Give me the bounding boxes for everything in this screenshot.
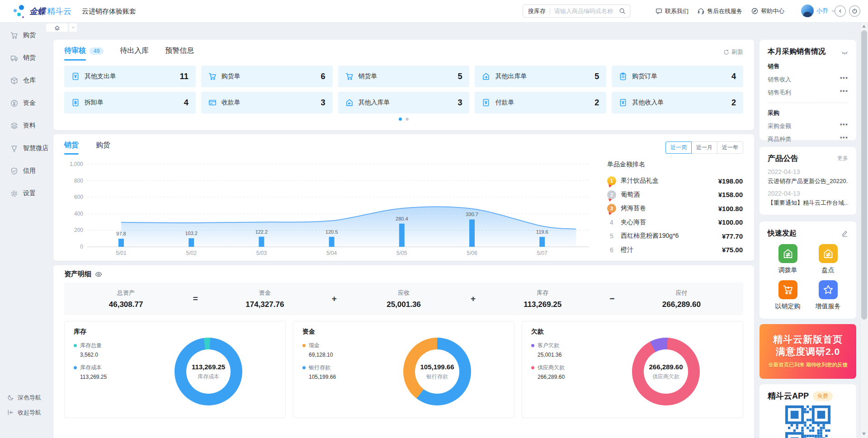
scroll-up-arrow[interactable] (862, 25, 866, 28)
todo-card-count: 4 (184, 98, 189, 108)
house-in-icon (345, 99, 354, 107)
donut-center: 266,289.60供应商欠款 (644, 349, 688, 394)
todo-card-item[interactable]: 销货单5 (338, 66, 470, 87)
sidebar-item[interactable]: 仓库 (0, 69, 50, 92)
month-stat-row: 销售毛利*** (768, 89, 848, 97)
search-button[interactable] (615, 8, 630, 14)
todo-tab[interactable]: 预警信息 (165, 46, 194, 61)
chevron-down-icon (71, 25, 75, 30)
survey-banner[interactable]: 精斗云新版首页 满意度调研2.0 全新首页已到来 期待收到您的反馈 (760, 324, 856, 379)
legend-dot (531, 344, 534, 347)
sidebar-item[interactable]: 销货 (0, 47, 50, 69)
todo-card-count: 6 (321, 72, 326, 81)
trade-tab[interactable]: 购货 (96, 141, 110, 155)
date-range-button[interactable]: 近一月 (691, 141, 717, 154)
tab-list-dropdown[interactable] (69, 24, 77, 32)
vertical-scrollbar (860, 22, 868, 438)
back-button[interactable] (835, 5, 846, 17)
eye-icon[interactable] (95, 271, 102, 278)
notice-item[interactable]: 【重要通知】精斗云工作台域... (768, 199, 848, 207)
search-input[interactable] (550, 8, 615, 14)
sidebar-item[interactable]: 购货 (0, 24, 50, 47)
donut-center-label: 银行存款 (426, 373, 448, 381)
notice-item[interactable]: 云进销存产品更新公告_20220... (768, 177, 848, 185)
search-scope-selector[interactable]: 搜库存 (523, 7, 550, 15)
ranking-row[interactable]: 6橙汁¥75.00 (607, 243, 743, 257)
asset-summary-value: 46,308.77 (64, 300, 188, 309)
topbar-link[interactable]: 帮助中心 (751, 7, 784, 15)
scrollbar-thumb[interactable] (861, 30, 867, 320)
banner-line1: 精斗云新版首页 (760, 333, 856, 345)
product-name: 西红柿意粉酱190g*6 (621, 232, 722, 240)
eye-closed-icon[interactable] (841, 48, 848, 55)
quick-action[interactable]: 以销定购 (768, 280, 808, 311)
todo-tabs: 待审核49待出入库预警信息 (64, 46, 194, 61)
sidebar-item[interactable]: 资金 (0, 92, 50, 114)
ranking-row[interactable]: 3烤海苔卷¥100.80 (607, 202, 743, 216)
date-range-button[interactable]: 近一周 (665, 141, 692, 154)
assets-card: 资产明细 总资产46,308.77=资金174,327.76+应收25,001.… (53, 265, 754, 438)
sidebar-item[interactable]: 信用 (0, 160, 50, 182)
user-name: 小乔 (816, 7, 828, 15)
legend-item: 现金69,128.10 (302, 342, 505, 358)
refresh-button[interactable]: 刷新 (723, 48, 743, 56)
date-range-button[interactable]: 近一年 (717, 141, 743, 154)
todo-card-item[interactable]: 拆卸单4 (64, 92, 196, 113)
ranking-row[interactable]: 4夹心海苔¥100.00 (607, 216, 743, 230)
todo-card-item[interactable]: 购货订单4 (612, 66, 743, 87)
notice-more-link[interactable]: 更多 (837, 155, 848, 162)
todo-card-item[interactable]: 收款单3 (201, 92, 333, 113)
inventory-search-box[interactable]: 搜库存 (523, 5, 630, 18)
todo-tab-label: 预警信息 (165, 46, 194, 56)
quick-action[interactable]: 增值服务 (808, 280, 848, 311)
todo-card-item[interactable]: 付款单2 (475, 92, 606, 113)
ranking-row[interactable]: 1果汁饮品礼盒¥198.00 (607, 174, 743, 188)
banner-subtitle: 全新首页已到来 期待收到您的反馈 (760, 362, 856, 368)
quick-action[interactable]: 调拨单 (768, 244, 808, 274)
arrow-back-icon (837, 8, 843, 14)
carousel-dot[interactable] (399, 118, 402, 121)
sidebar-footer-toggle[interactable]: 深色导航 (0, 390, 50, 405)
sidebar-item[interactable]: 智慧微店 (0, 137, 50, 160)
todo-tab[interactable]: 待审核49 (64, 46, 104, 61)
topbar: 金蝶 精斗云 云进销存体验账套 搜库存 联系我们售后在线服务帮助中心 小乔 (0, 0, 868, 23)
legend-head: 客户欠款 (531, 342, 734, 349)
user-menu[interactable]: 小乔 (801, 5, 836, 17)
trade-tab[interactable]: 销货 (64, 141, 79, 155)
legend-dot (302, 366, 306, 369)
topbar-link[interactable]: 联系我们 (656, 7, 689, 15)
svg-text:5/04: 5/04 (326, 250, 337, 256)
cart-plus-icon (208, 72, 217, 80)
sidebar-item[interactable]: 资料 (0, 114, 50, 137)
rank-number: 6 (607, 246, 616, 254)
scroll-down-arrow[interactable] (862, 433, 866, 435)
todo-tab[interactable]: 待出入库 (120, 46, 149, 61)
todo-card-item[interactable]: 其他收入单2 (612, 92, 743, 113)
assets-title: 资产明细 (64, 270, 91, 278)
avatar[interactable] (801, 5, 814, 17)
ranking-row[interactable]: 2葡萄酒¥158.00 (607, 188, 743, 202)
edit-pencil-icon[interactable] (841, 230, 848, 237)
home-workbench-tab[interactable] (46, 24, 68, 32)
asset-group: 欠款客户欠款25,001.36供应商欠款266,289.60266,289.60… (522, 321, 743, 418)
carousel-dot[interactable] (406, 118, 409, 121)
sidebar-item[interactable]: 设置 (0, 182, 50, 205)
todo-card-label: 其他支出单 (85, 72, 175, 80)
todo-card-item[interactable]: 其他入库单3 (338, 92, 470, 113)
sidebar-item-label: 智慧微店 (23, 144, 48, 152)
cart-icon (10, 32, 18, 39)
todo-card-item[interactable]: 购货单6 (201, 66, 333, 87)
svg-text:5/07: 5/07 (537, 250, 548, 256)
topbar-link[interactable]: 售后在线服务 (698, 7, 742, 15)
quick-action[interactable]: 盘点 (808, 244, 848, 274)
sidebar-footer-toggle[interactable]: 收起导航 (0, 405, 50, 420)
product-name: 果汁饮品礼盒 (621, 177, 718, 185)
todo-card-item[interactable]: 其他支出单11 (64, 66, 196, 87)
legend-head: 库存总量 (74, 342, 276, 349)
sidebar-footer-label: 深色导航 (18, 394, 41, 402)
logout-button[interactable] (849, 5, 860, 17)
quick-title: 快速发起 (768, 229, 797, 238)
ranking-row[interactable]: 5西红柿意粉酱190g*6¥77.70 (607, 229, 743, 243)
todo-card-count: 5 (594, 72, 599, 81)
todo-card-item[interactable]: 其他出库单5 (475, 66, 606, 87)
